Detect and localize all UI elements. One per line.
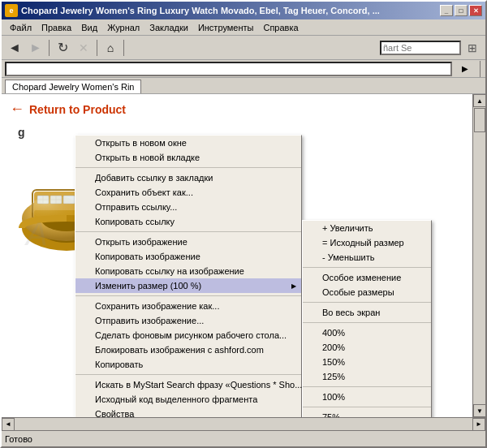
submenu: + Увеличить = Исходный размер - Уменьшит… [302, 220, 432, 417]
menu-help[interactable]: Справка [258, 21, 303, 34]
minimize-button[interactable]: _ [440, 5, 453, 16]
menu-view[interactable]: Вид [76, 21, 102, 34]
page-heading-partial: g [18, 126, 25, 139]
window-controls: _ □ ✕ [440, 5, 482, 16]
hscroll-left-button[interactable]: ◄ [2, 418, 15, 431]
browser-icon: e [5, 4, 18, 17]
ctx-copy[interactable]: Копировать [75, 357, 301, 372]
submenu-zoom-in[interactable]: + Увеличить [303, 221, 431, 235]
content-area: ← Return to Product g [2, 94, 485, 417]
submenu-400[interactable]: 400% [303, 325, 431, 340]
ctx-save-object[interactable]: Сохранить объект как... [75, 185, 301, 200]
ctx-save-image[interactable]: Сохранить изображение как... [75, 299, 301, 313]
submenu-200[interactable]: 200% [303, 340, 431, 355]
address-separator [480, 61, 481, 77]
stop-button[interactable]: ✕ [74, 38, 93, 58]
menu-file[interactable]: Файл [5, 21, 37, 34]
ctx-search[interactable]: Искать в MyStart Search фразу «Questions… [75, 377, 301, 392]
ctx-view-source[interactable]: Исходный код выделенного фрагмента [75, 392, 301, 407]
forward-button[interactable]: ► [26, 38, 45, 58]
scroll-track[interactable] [473, 107, 485, 404]
sub-sep-5 [303, 407, 431, 407]
refresh-button[interactable]: ↻ [53, 38, 72, 58]
ctx-sep-1 [75, 167, 301, 168]
sub-sep-1 [303, 267, 431, 268]
ctx-copy-image[interactable]: Копировать изображение [75, 249, 301, 264]
toolbar-separator-3 [123, 40, 124, 56]
tabs-bar: Chopard Jewelry Women's Rin [2, 78, 485, 94]
grid-view-button[interactable]: ⊞ [463, 38, 482, 58]
title-bar: e Chopard Jewelry Women's Ring Luxury Wa… [2, 2, 485, 19]
ctx-resize[interactable]: Изменить размер (100 %) [75, 278, 301, 293]
status-text: Готово [5, 434, 482, 444]
tab-chopard[interactable]: Chopard Jewelry Women's Rin [5, 80, 141, 93]
sub-sep-3 [303, 322, 431, 323]
search-input[interactable] [380, 41, 461, 55]
submenu-original-size[interactable]: = Исходный размер [303, 235, 431, 250]
submenu-150[interactable]: 150% [303, 355, 431, 369]
window-title: Chopard Jewelry Women's Ring Luxury Watc… [21, 6, 440, 15]
scroll-down-button[interactable]: ▼ [473, 404, 485, 417]
toolbar-separator-2 [97, 40, 97, 56]
menu-bar: Файл Правка Вид Журнал Закладки Инструме… [2, 19, 485, 36]
context-menu: Открыть в новом окне Открыть в новой вкл… [75, 135, 302, 417]
ctx-copy-link[interactable]: Копировать ссылку [75, 214, 301, 229]
hscroll-track[interactable] [15, 418, 472, 430]
menu-tools[interactable]: Инструменты [193, 21, 259, 34]
hscroll-right-button[interactable]: ► [472, 418, 485, 431]
maximize-button[interactable]: □ [455, 5, 468, 16]
ctx-send-link[interactable]: Отправить ссылку... [75, 200, 301, 214]
back-button[interactable]: ◄ [5, 38, 24, 58]
menu-bookmarks[interactable]: Закладки [144, 21, 193, 34]
close-button[interactable]: ✕ [469, 5, 482, 16]
submenu-75[interactable]: 75% [303, 410, 431, 417]
address-input[interactable] [5, 62, 452, 76]
ctx-sep-3 [75, 295, 301, 296]
horizontal-scrollbar: ◄ ► [2, 417, 485, 430]
return-link-text: Return to Product [29, 103, 126, 116]
ctx-set-wallpaper[interactable]: Сделать фоновым рисунком рабочего стола.… [75, 328, 301, 342]
submenu-custom-change[interactable]: Особое изменение [303, 270, 431, 285]
menu-journal[interactable]: Журнал [102, 21, 144, 34]
home-button[interactable]: ⌂ [101, 38, 120, 58]
scroll-up-button[interactable]: ▲ [473, 94, 485, 107]
arrow-left-icon: ← [10, 101, 24, 118]
watermark: A [26, 216, 48, 252]
browser-window: e Chopard Jewelry Women's Ring Luxury Wa… [0, 0, 487, 448]
ctx-open-image[interactable]: Открыть изображение [75, 235, 301, 249]
ctx-properties[interactable]: Свойства [75, 407, 301, 417]
ctx-sep-4 [75, 374, 301, 375]
submenu-100[interactable]: 100% [303, 390, 431, 404]
vertical-scrollbar: ▲ ▼ [472, 94, 485, 417]
ctx-open-new-tab[interactable]: Открыть в новой вкладке [75, 150, 301, 165]
return-to-product-link[interactable]: ← Return to Product [10, 101, 464, 118]
sub-sep-4 [303, 386, 431, 387]
go-button[interactable]: ▶ [455, 59, 475, 79]
ctx-send-image[interactable]: Отправить изображение... [75, 313, 301, 328]
scroll-thumb[interactable] [474, 108, 485, 132]
page-content: ← Return to Product g [2, 94, 472, 417]
address-bar: ▶ [2, 60, 485, 78]
menu-edit[interactable]: Правка [37, 21, 76, 34]
toolbar: ◄ ► ↻ ✕ ⌂ ⊞ [2, 36, 485, 60]
toolbar-separator-1 [49, 40, 50, 56]
submenu-zoom-out[interactable]: - Уменьшить [303, 250, 431, 265]
ctx-open-new-window[interactable]: Открыть в новом окне [75, 136, 301, 150]
submenu-125[interactable]: 125% [303, 369, 431, 384]
submenu-custom-sizes[interactable]: Особые размеры [303, 285, 431, 299]
ctx-add-bookmark[interactable]: Добавить ссылку в закладки [75, 170, 301, 185]
ctx-sep-2 [75, 231, 301, 232]
ctx-block-images[interactable]: Блокировать изображения с ashford.com [75, 342, 301, 357]
submenu-fullscreen[interactable]: Во весь экран [303, 305, 431, 320]
status-bar: Готово [2, 430, 485, 446]
ctx-copy-image-link[interactable]: Копировать ссылку на изображение [75, 264, 301, 278]
sub-sep-2 [303, 302, 431, 303]
